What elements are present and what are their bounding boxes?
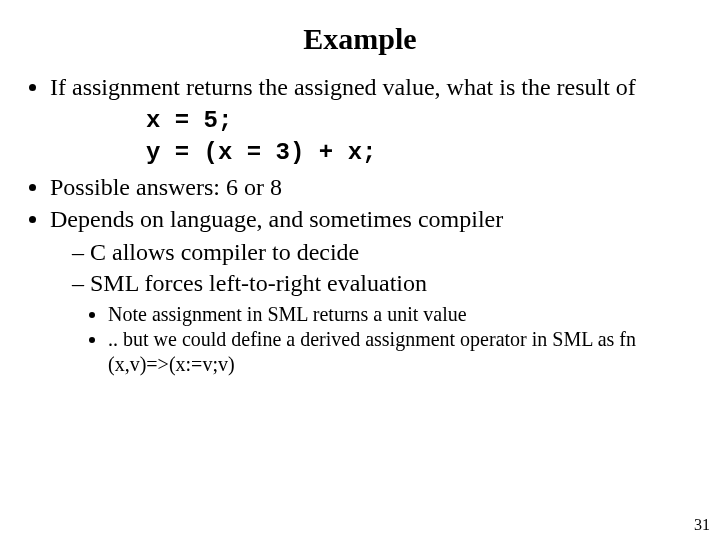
bullet-item: Possible answers: 6 or 8 (50, 172, 698, 203)
sub-sub-bullet-item: .. but we could define a derived assignm… (108, 327, 698, 377)
sub-sub-bullet-item: Note assignment in SML returns a unit va… (108, 302, 698, 327)
page-number: 31 (694, 516, 710, 534)
sub-bullet-text: C allows compiler to decide (90, 239, 359, 265)
sub-bullet-list: C allows compiler to decide SML forces l… (50, 237, 698, 298)
bullet-item: If assignment returns the assigned value… (50, 72, 698, 170)
sub-bullet-text: SML forces left-to-right evaluation (90, 270, 427, 296)
sub-bullet-item: C allows compiler to decide (72, 237, 698, 268)
bullet-list: If assignment returns the assigned value… (22, 72, 698, 377)
slide-body: If assignment returns the assigned value… (0, 64, 720, 377)
sub-bullet-item: SML forces left-to-right evaluation (72, 268, 698, 299)
bullet-item: Depends on language, and sometimes compi… (50, 204, 698, 377)
slide: Example If assignment returns the assign… (0, 0, 720, 540)
code-block: x = 5; y = (x = 3) + x; (146, 105, 698, 170)
code-line: x = 5; (146, 107, 232, 134)
sub-sub-bullet-list: Note assignment in SML returns a unit va… (50, 302, 698, 377)
sub-sub-bullet-text: Note assignment in SML returns a unit va… (108, 303, 467, 325)
bullet-text: Possible answers: 6 or 8 (50, 174, 282, 200)
code-line: y = (x = 3) + x; (146, 139, 376, 166)
slide-title: Example (0, 0, 720, 64)
bullet-text: If assignment returns the assigned value… (50, 74, 636, 100)
bullet-text: Depends on language, and sometimes compi… (50, 206, 503, 232)
sub-sub-bullet-text: .. but we could define a derived assignm… (108, 328, 636, 375)
